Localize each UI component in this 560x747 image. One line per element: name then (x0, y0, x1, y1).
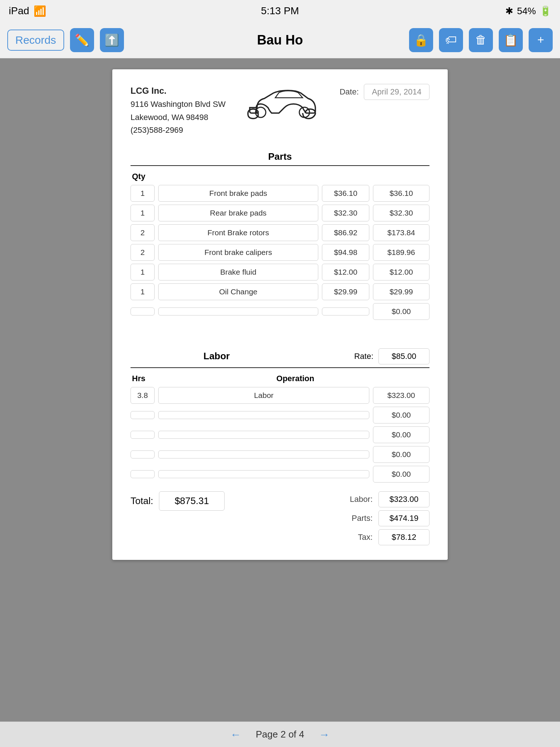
labor-op-3[interactable] (158, 450, 369, 458)
part-price-4[interactable]: $12.00 (322, 264, 369, 280)
company-info: LCG Inc. 9116 Washington Blvd SW Lakewoo… (131, 84, 226, 136)
prev-page-button[interactable]: ← (230, 728, 241, 741)
company-phone: (253)588-2969 (131, 124, 226, 136)
parts-row: 1 Front brake pads $36.10 $36.10 (131, 185, 429, 202)
part-qty-4[interactable]: 1 (131, 264, 155, 280)
status-bar: iPad 📶 5:13 PM ✱ 54% 🔋 (0, 0, 560, 22)
copy-button[interactable]: 📋 (499, 28, 523, 52)
labor-hrs-3[interactable] (131, 450, 155, 458)
op-label: Operation (161, 374, 429, 383)
part-desc-1[interactable]: Rear brake pads (158, 205, 318, 221)
add-button[interactable]: + (529, 28, 553, 52)
total-left: Total: $875.31 (131, 491, 225, 511)
parts-row: 1 Rear brake pads $32.30 $32.30 (131, 205, 429, 221)
labor-row: $0.00 (131, 407, 429, 423)
part-desc-4[interactable]: Brake fluid (158, 264, 318, 280)
share-icon: ⬆️ (105, 33, 119, 47)
part-qty-3[interactable]: 2 (131, 244, 155, 261)
part-price-1[interactable]: $32.30 (322, 205, 369, 221)
edit-button[interactable]: ✏️ (70, 28, 94, 52)
labor-hrs-1[interactable] (131, 411, 155, 419)
labor-col-headers: Hrs Operation (131, 374, 429, 383)
status-time: 5:13 PM (261, 5, 299, 17)
trash-button[interactable]: 🗑 (469, 28, 493, 52)
parts-row: $0.00 (131, 303, 429, 320)
part-desc-6[interactable] (158, 307, 318, 316)
nav-left: Records ✏️ ⬆️ (7, 28, 124, 52)
labor-rate-section: Rate: $85.00 (354, 348, 429, 364)
labor-total-label: Labor: (343, 495, 373, 504)
share-button[interactable]: ⬆️ (100, 28, 124, 52)
labor-row: $0.00 (131, 466, 429, 483)
parts-total-label: Parts: (343, 514, 373, 523)
labor-op-0[interactable]: Labor (158, 387, 369, 404)
part-price-5[interactable]: $29.99 (322, 283, 369, 300)
labor-title: Labor (203, 351, 230, 362)
part-total-3: $189.96 (373, 244, 429, 261)
company-name: LCG Inc. (131, 84, 226, 98)
part-qty-1[interactable]: 1 (131, 205, 155, 221)
part-total-4: $12.00 (373, 264, 429, 280)
trash-icon: 🗑 (475, 33, 487, 47)
part-price-3[interactable]: $94.98 (322, 244, 369, 261)
labor-op-1[interactable] (158, 411, 369, 419)
nav-title: Bau Ho (257, 32, 303, 48)
tax-total-value: $78.12 (378, 529, 429, 545)
parts-total-row: Parts: $474.19 (343, 510, 429, 526)
part-price-2[interactable]: $86.92 (322, 224, 369, 241)
part-price-0[interactable]: $36.10 (322, 185, 369, 202)
nav-right: 🔒 🏷 🗑 📋 + (409, 28, 553, 52)
date-label: Date: (339, 87, 359, 97)
car-logo (246, 84, 319, 120)
part-qty-5[interactable]: 1 (131, 283, 155, 300)
main-area: LCG Inc. 9116 Washington Blvd SW Lakewoo… (0, 58, 560, 747)
labor-op-4[interactable] (158, 470, 369, 478)
records-button[interactable]: Records (7, 30, 64, 51)
labor-header: Labor Rate: $85.00 (131, 345, 429, 368)
next-page-button[interactable]: → (319, 728, 330, 741)
labor-op-2[interactable] (158, 431, 369, 439)
wifi-icon: 📶 (34, 5, 46, 17)
page-bar: ← Page 2 of 4 → (0, 721, 560, 747)
rate-value[interactable]: $85.00 (378, 348, 429, 364)
labor-hrs-0[interactable]: 3.8 (131, 387, 155, 404)
bluetooth-icon: ✱ (505, 5, 513, 17)
qty-label: Qty (131, 172, 429, 181)
part-desc-5[interactable]: Oil Change (158, 283, 318, 300)
parts-row: 1 Oil Change $29.99 $29.99 (131, 283, 429, 300)
labor-hrs-2[interactable] (131, 431, 155, 439)
labor-total-row: Labor: $323.00 (343, 491, 429, 507)
company-address2: Lakewood, WA 98498 (131, 111, 226, 124)
status-left: iPad 📶 (9, 5, 46, 17)
parts-row: 2 Front Brake rotors $86.92 $173.84 (131, 224, 429, 241)
part-total-1: $32.30 (373, 205, 429, 221)
car-svg (246, 84, 319, 120)
labor-hrs-4[interactable] (131, 470, 155, 478)
part-desc-0[interactable]: Front brake pads (158, 185, 318, 202)
part-total-0: $36.10 (373, 185, 429, 202)
labor-row: $0.00 (131, 426, 429, 443)
date-value[interactable]: April 29, 2014 (364, 84, 429, 100)
totals-section: Total: $875.31 Labor: $323.00 Parts: $47… (131, 491, 429, 545)
part-qty-0[interactable]: 1 (131, 185, 155, 202)
part-price-6[interactable] (322, 307, 369, 316)
parts-total-value: $474.19 (378, 510, 429, 526)
parts-row: 2 Front brake calipers $94.98 $189.96 (131, 244, 429, 261)
part-qty-6[interactable] (131, 307, 155, 316)
battery-label: 54% (517, 5, 536, 17)
part-desc-3[interactable]: Front brake calipers (158, 244, 318, 261)
part-total-5: $29.99 (373, 283, 429, 300)
total-value[interactable]: $875.31 (159, 491, 225, 511)
total-right: Labor: $323.00 Parts: $474.19 Tax: $78.1… (343, 491, 429, 545)
lock-icon: 🔒 (414, 33, 428, 47)
parts-title: Parts (131, 147, 429, 166)
labor-row: $0.00 (131, 446, 429, 463)
lock-button[interactable]: 🔒 (409, 28, 433, 52)
labor-row: 3.8 Labor $323.00 (131, 387, 429, 404)
part-qty-2[interactable]: 2 (131, 224, 155, 241)
document: LCG Inc. 9116 Washington Blvd SW Lakewoo… (112, 69, 448, 560)
part-desc-2[interactable]: Front Brake rotors (158, 224, 318, 241)
tag-button[interactable]: 🏷 (439, 28, 463, 52)
nav-bar: Records ✏️ ⬆️ Bau Ho 🔒 🏷 🗑 📋 + (0, 22, 560, 58)
hrs-label: Hrs (132, 374, 156, 383)
